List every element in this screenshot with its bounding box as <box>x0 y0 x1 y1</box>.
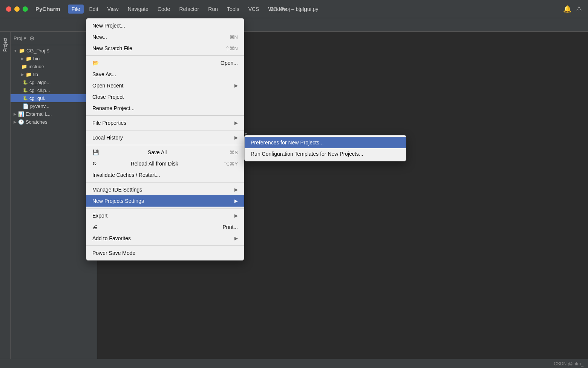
menu-item-add-favorites[interactable]: Add to Favorites ▶ <box>86 233 244 244</box>
menu-item-new-projects-settings[interactable]: New Projects Settings ▶ <box>86 195 244 207</box>
close-button[interactable] <box>6 6 11 12</box>
tree-label: lib <box>33 72 38 77</box>
menu-item-rename-project[interactable]: Rename Project... <box>86 103 244 114</box>
folder-icon: 📁 <box>26 56 32 61</box>
minimize-button[interactable] <box>14 6 20 12</box>
item-label: Print... <box>223 224 238 230</box>
tree-item-include[interactable]: 📁 include <box>11 63 97 71</box>
menu-item-invalidate-caches[interactable]: Invalidate Caches / Restart... <box>86 169 244 181</box>
item-icon: 💾 <box>92 149 100 155</box>
sidebar-strip: Project <box>0 32 11 368</box>
menu-item-new-scratch[interactable]: New Scratch File ⇧⌘N <box>86 43 244 54</box>
item-label: Export <box>92 213 107 219</box>
submenu-arrow: ▶ <box>234 236 238 241</box>
tree-item-pyvenv[interactable]: 📄 pyvenv... <box>11 102 97 110</box>
item-label: File Properties <box>92 120 126 126</box>
menu-item-export[interactable]: Export ▶ <box>86 210 244 221</box>
py-file-icon: 🐍 <box>23 96 28 101</box>
menu-tools[interactable]: Tools <box>223 5 243 14</box>
menu-item-close-project[interactable]: Close Project <box>86 91 244 103</box>
item-label: New Project... <box>92 23 125 29</box>
item-label: Manage IDE Settings <box>92 187 142 193</box>
tree-item-cg-proj[interactable]: ▼ 📁 CG_Proj S <box>11 47 97 55</box>
item-label: Open... <box>220 60 238 66</box>
menu-run[interactable]: Run <box>204 5 222 14</box>
menu-item-file-properties[interactable]: File Properties ▶ <box>86 117 244 129</box>
tree-label: CG_Proj <box>26 48 45 54</box>
new-projects-submenu[interactable]: Preferences for New Projects... Run Conf… <box>244 135 406 161</box>
chevron-icon: ▼ <box>14 49 17 53</box>
tree-label: pyvenv... <box>30 103 49 109</box>
tree-item-external[interactable]: ▶ 📊 External L... <box>11 110 97 118</box>
chevron-icon: ▶ <box>21 72 24 77</box>
add-file-button[interactable]: ⊕ <box>29 35 34 42</box>
folder-icon: 📁 <box>21 64 27 69</box>
menu-file[interactable]: File <box>68 5 84 14</box>
menu-item-open[interactable]: 📂 Open... <box>86 57 244 69</box>
item-icon: 🖨 <box>92 224 100 230</box>
notification-icon[interactable]: 🔔 <box>563 5 571 13</box>
menu-navigate[interactable]: Navigate <box>124 5 152 14</box>
item-label: Run Configuration Templates for New Proj… <box>251 151 363 157</box>
menu-item-preferences-new-projects[interactable]: Preferences for New Projects... <box>245 137 406 148</box>
separator <box>86 55 244 56</box>
menu-item-save-all[interactable]: 💾 Save All ⌘S <box>86 147 244 158</box>
submenu-arrow: ▶ <box>234 135 238 140</box>
maximize-button[interactable] <box>23 6 28 12</box>
tree-label: bin <box>33 56 40 61</box>
file-icon: 📄 <box>23 103 29 109</box>
tree-item-bin[interactable]: ▶ 📁 bin <box>11 55 97 63</box>
folder-icon: 📁 <box>19 48 25 54</box>
traffic-lights <box>0 6 35 12</box>
tree-label: External L... <box>26 111 52 117</box>
item-label: Invalidate Caches / Restart... <box>92 172 160 178</box>
menu-edit[interactable]: Edit <box>85 5 102 14</box>
tree-item-cg-algo[interactable]: 🐍 cg_algo... <box>11 78 97 86</box>
shortcut-label: ⌘S <box>230 150 238 155</box>
menu-vcs[interactable]: VCS <box>245 5 263 14</box>
separator <box>86 208 244 209</box>
status-right-text: CSDN @intm_ <box>554 361 583 366</box>
item-label: Save All <box>148 149 167 155</box>
tree-label: cg_gui. <box>29 95 45 101</box>
py-file-icon: 🐍 <box>23 80 28 85</box>
project-toolbar: Proj.▾ ⊕ <box>11 32 97 45</box>
tree-item-lib[interactable]: ▶ 📁 lib <box>11 71 97 78</box>
item-label: Local History <box>92 135 123 141</box>
separator <box>86 130 244 130</box>
submenu-arrow: ▶ <box>234 83 238 88</box>
tree-item-scratches[interactable]: ▶ 🕐 Scratches <box>11 118 97 126</box>
file-menu-dropdown[interactable]: New Project... New... ⌘N New Scratch Fil… <box>86 18 244 261</box>
menu-item-print[interactable]: 🖨 Print... <box>86 221 244 233</box>
menu-item-save-as[interactable]: Save As... <box>86 69 244 80</box>
project-root-label: Proj.▾ <box>14 35 26 41</box>
menu-item-manage-ide[interactable]: Manage IDE Settings ▶ <box>86 184 244 195</box>
clock-icon: 🕐 <box>18 119 24 125</box>
menu-item-new-project[interactable]: New Project... <box>86 20 244 31</box>
tree-item-cg-cli[interactable]: 🐍 cg_cli.p... <box>11 86 97 94</box>
separator <box>86 115 244 116</box>
menu-item-local-history[interactable]: Local History ▶ <box>86 132 244 143</box>
tree-item-cg-gui[interactable]: 🐍 cg_gui. <box>11 94 97 102</box>
item-label: New... <box>92 34 107 40</box>
item-label: Power Save Mode <box>92 250 135 256</box>
menu-refactor[interactable]: Refactor <box>175 5 203 14</box>
menu-view[interactable]: View <box>104 5 122 14</box>
title-bar: PyCharm File Edit View Navigate Code Ref… <box>0 0 588 18</box>
error-icon[interactable]: ⚠ <box>576 5 582 13</box>
submenu-arrow: ▶ <box>234 120 238 126</box>
project-panel: Proj.▾ ⊕ ▼ 📁 CG_Proj S ▶ 📁 bin 📁 include <box>11 32 97 368</box>
menu-item-power-save[interactable]: Power Save Mode <box>86 247 244 259</box>
menu-code[interactable]: Code <box>154 5 174 14</box>
tree-label: cg_cli.p... <box>29 87 50 93</box>
bar-icon: 📊 <box>18 111 24 117</box>
item-label: Save As... <box>92 71 116 77</box>
chevron-icon: ▶ <box>14 120 17 124</box>
title-bar-right: 🔔 ⚠ <box>563 5 588 13</box>
menu-item-run-config-templates[interactable]: Run Configuration Templates for New Proj… <box>245 148 406 159</box>
menu-item-new[interactable]: New... ⌘N <box>86 31 244 43</box>
tree-label: include <box>29 64 44 69</box>
menu-item-open-recent[interactable]: Open Recent ▶ <box>86 80 244 91</box>
menu-item-reload-all[interactable]: ↻ Reload All from Disk ⌥⌘Y <box>86 158 244 169</box>
sidebar-project-label[interactable]: Project <box>1 35 9 55</box>
